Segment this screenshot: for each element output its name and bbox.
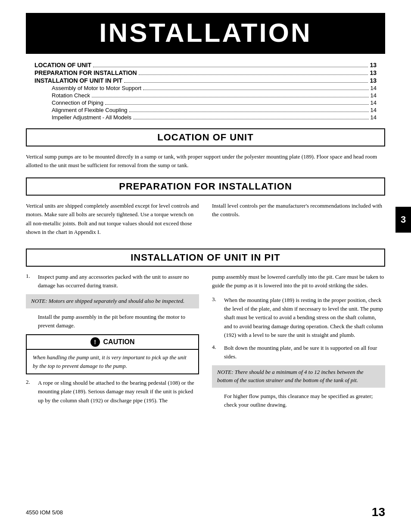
- toc-label: INSTALLATION OF UNIT IN PIT: [34, 77, 122, 84]
- toc-row: INSTALLATION OF UNIT IN PIT 13: [34, 77, 377, 84]
- toc-page: 14: [371, 100, 377, 106]
- footer-page-number: 13: [372, 505, 385, 519]
- caution-box: ! CAUTION When handling the pump unit, i…: [26, 334, 199, 374]
- toc-row: Connection of Piping 14: [34, 100, 377, 106]
- preparation-right-text: Install level controls per the manufactu…: [212, 202, 385, 219]
- caution-body: When handling the pump unit, it is very …: [27, 350, 198, 373]
- list-content: Bolt down the mounting plate, and be sur…: [224, 344, 385, 361]
- list-number: 4.: [212, 344, 220, 361]
- higher-flow-text: For higher flow pumps, this clearance ma…: [224, 392, 385, 409]
- toc-row: Assembly of Motor to Motor Support 14: [34, 85, 377, 91]
- installation-section: INSTALLATION OF UNIT IN PIT 1. Inspect p…: [26, 249, 385, 414]
- toc-row: LOCATION OF UNIT 13: [34, 62, 377, 68]
- toc-dots: [129, 112, 369, 112]
- note-box-2: NOTE: There should be a minimum of 4 to …: [212, 365, 385, 388]
- installation-heading: INSTALLATION OF UNIT IN PIT: [26, 249, 385, 267]
- toc-row: Rotation Check 14: [34, 92, 377, 99]
- list-content: A rope or sling should be attached to th…: [38, 379, 199, 404]
- list-number: 3.: [212, 296, 220, 339]
- toc-page: 14: [371, 85, 377, 91]
- preparation-content: Vertical units are shipped completely as…: [26, 202, 385, 241]
- toc-page: 14: [371, 107, 377, 113]
- note-box-1: NOTE: Motors are shipped separately and …: [26, 294, 199, 308]
- table-of-contents: LOCATION OF UNIT 13 PREPARATION FOR INST…: [26, 62, 385, 121]
- page: 3 INSTALLATION LOCATION OF UNIT 13 PREPA…: [0, 0, 411, 532]
- toc-dots: [92, 97, 369, 97]
- toc-row: PREPARATION FOR INSTALLATION 13: [34, 69, 377, 76]
- caution-header: ! CAUTION: [27, 335, 198, 350]
- toc-label: LOCATION OF UNIT: [34, 62, 91, 68]
- toc-page: 13: [370, 77, 377, 84]
- toc-label: Rotation Check: [52, 92, 90, 99]
- preparation-left: Vertical units are shipped completely as…: [26, 202, 199, 241]
- install-pump-text: Install the pump assembly in the pit bef…: [38, 313, 199, 330]
- list-item: 1. Inspect pump and any accessories pack…: [26, 273, 199, 290]
- preparation-section: PREPARATION FOR INSTALLATION Vertical un…: [26, 177, 385, 241]
- list-number: 1.: [26, 273, 34, 290]
- section-tab: 3: [395, 207, 411, 233]
- toc-label: PREPARATION FOR INSTALLATION: [34, 69, 137, 76]
- list-item: 4. Bolt down the mounting plate, and be …: [212, 344, 385, 361]
- footer: 4550 IOM 5/08 13: [26, 505, 385, 519]
- caution-icon: !: [90, 337, 100, 347]
- toc-label: Alignment of Flexible Coupling: [52, 107, 128, 113]
- item2-continuation: pump assembly must be lowered carefully …: [212, 273, 385, 290]
- toc-dots: [133, 119, 369, 119]
- toc-label: Impeller Adjustment - All Models: [52, 114, 131, 121]
- list-number: 2.: [26, 379, 34, 404]
- toc-dots: [124, 82, 368, 83]
- note-text-1: NOTE: Motors are shipped separately and …: [31, 298, 184, 304]
- toc-page: 13: [370, 69, 377, 76]
- toc-page: 14: [371, 92, 377, 99]
- page-title: INSTALLATION: [26, 13, 385, 54]
- location-body: Vertical sump pumps are to be mounted di…: [26, 152, 385, 170]
- toc-label: Connection of Piping: [52, 100, 103, 106]
- preparation-heading: PREPARATION FOR INSTALLATION: [26, 177, 385, 196]
- preparation-left-text: Vertical units are shipped completely as…: [26, 202, 199, 236]
- footer-code: 4550 IOM 5/08: [26, 509, 63, 516]
- preparation-right: Install level controls per the manufactu…: [212, 202, 385, 241]
- toc-page: 13: [370, 62, 377, 68]
- list-content: Inspect pump and any accessories packed …: [38, 273, 199, 290]
- installation-right-col: pump assembly must be lowered carefully …: [212, 273, 385, 414]
- installation-content: 1. Inspect pump and any accessories pack…: [26, 273, 385, 414]
- toc-dots: [93, 67, 368, 67]
- note-text-2: NOTE: There should be a minimum of 4 to …: [217, 369, 364, 383]
- toc-label: Assembly of Motor to Motor Support: [52, 85, 141, 91]
- toc-row: Impeller Adjustment - All Models 14: [34, 114, 377, 121]
- toc-dots: [105, 104, 369, 105]
- list-content: When the mounting plate (189) is resting…: [224, 296, 385, 339]
- toc-dots: [143, 90, 368, 90]
- caution-title: CAUTION: [103, 338, 135, 346]
- toc-row: Alignment of Flexible Coupling 14: [34, 107, 377, 113]
- toc-dots: [139, 75, 368, 75]
- list-item: 2. A rope or sling should be attached to…: [26, 379, 199, 404]
- location-section: LOCATION OF UNIT Vertical sump pumps are…: [26, 128, 385, 170]
- list-item: 3. When the mounting plate (189) is rest…: [212, 296, 385, 339]
- installation-left-col: 1. Inspect pump and any accessories pack…: [26, 273, 199, 414]
- toc-page: 14: [371, 114, 377, 121]
- location-heading: LOCATION OF UNIT: [26, 128, 385, 146]
